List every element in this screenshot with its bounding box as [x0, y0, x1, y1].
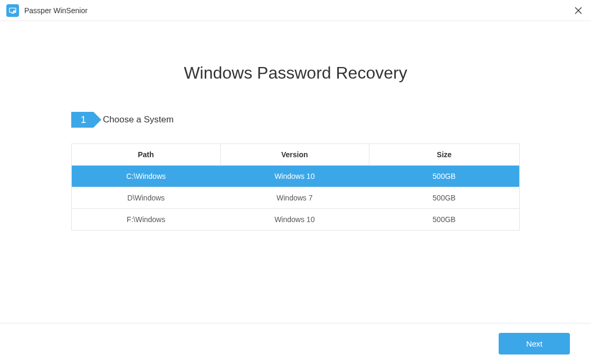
cell-size: 500GB [369, 209, 519, 231]
step-label: Choose a System [103, 114, 174, 125]
cell-size: 500GB [369, 187, 519, 209]
content: Windows Password Recovery 1 Choose a Sys… [0, 63, 591, 231]
table-row[interactable]: F:\WindowsWindows 10500GB [72, 209, 520, 231]
system-table: Path Version Size C:\WindowsWindows 1050… [71, 143, 520, 231]
footer: Next [0, 323, 591, 364]
app-icon [6, 4, 19, 17]
cell-path: C:\Windows [72, 166, 221, 187]
table-header-path: Path [72, 144, 221, 166]
titlebar: Passper WinSenior [0, 0, 591, 21]
table-header-size: Size [369, 144, 519, 166]
app-title: Passper WinSenior [24, 6, 88, 15]
table-header-version: Version [220, 144, 369, 166]
table-row[interactable]: D\WindowsWindows 7500GB [72, 187, 520, 209]
page-title: Windows Password Recovery [71, 63, 520, 83]
cell-path: D\Windows [72, 187, 221, 209]
titlebar-left: Passper WinSenior [6, 4, 88, 17]
cell-version: Windows 10 [220, 209, 369, 231]
next-button[interactable]: Next [499, 333, 570, 355]
step-number-badge: 1 [71, 112, 93, 128]
step-indicator: 1 Choose a System [71, 112, 520, 128]
cell-size: 500GB [369, 166, 519, 187]
cell-version: Windows 10 [220, 166, 369, 187]
close-button[interactable] [572, 4, 585, 17]
cell-path: F:\Windows [72, 209, 221, 231]
close-icon [575, 7, 582, 14]
table-row[interactable]: C:\WindowsWindows 10500GB [72, 166, 520, 187]
cell-version: Windows 7 [220, 187, 369, 209]
table-header-row: Path Version Size [72, 144, 520, 166]
